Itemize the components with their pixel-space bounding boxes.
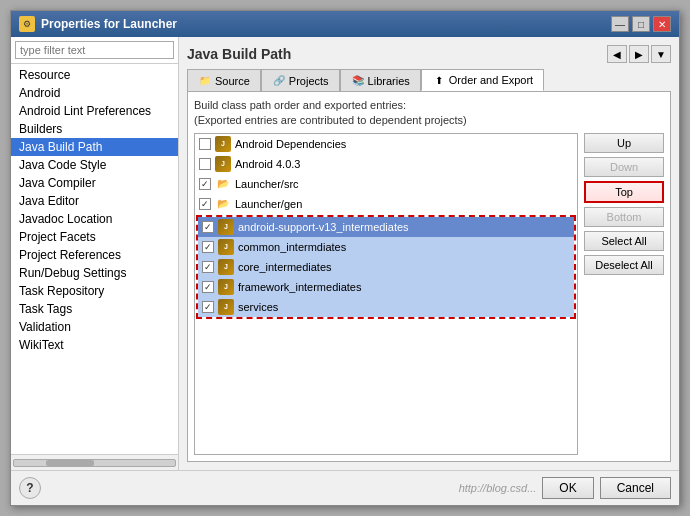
checkbox-launcher-gen[interactable]: [199, 198, 211, 210]
checkbox-launcher-src[interactable]: [199, 178, 211, 190]
checkbox-framework[interactable]: [202, 281, 214, 293]
sidebar-item-builders[interactable]: Builders: [11, 120, 178, 138]
checkbox-core[interactable]: [202, 261, 214, 273]
window-icon: ⚙: [19, 16, 35, 32]
nav-buttons: ◀ ▶ ▼: [607, 45, 671, 63]
sidebar-item-task-repo[interactable]: Task Repository: [11, 282, 178, 300]
content-panel: Build class path order and exported entr…: [187, 91, 671, 462]
sidebar-item-java-build-path[interactable]: Java Build Path: [11, 138, 178, 156]
entry-list[interactable]: J Android Dependencies J Android 4.0.3 📂…: [194, 133, 578, 455]
properties-dialog: ⚙ Properties for Launcher — □ ✕ Resource…: [10, 10, 680, 506]
entry-framework-intermediates[interactable]: J framework_intermediates: [198, 277, 574, 297]
content-body: J Android Dependencies J Android 4.0.3 📂…: [194, 133, 664, 455]
sidebar-filter-container: [11, 37, 178, 64]
top-button[interactable]: Top: [584, 181, 664, 203]
main-content: Java Build Path ◀ ▶ ▼ 📁 Source 🔗 Project…: [179, 37, 679, 470]
entry-android-dependencies[interactable]: J Android Dependencies: [195, 134, 577, 154]
entry-services[interactable]: J services: [198, 297, 574, 317]
entry-android-403[interactable]: J Android 4.0.3: [195, 154, 577, 174]
minimize-button[interactable]: —: [611, 16, 629, 32]
deselect-all-button[interactable]: Deselect All: [584, 255, 664, 275]
jar-icon-android-deps: J: [215, 136, 231, 152]
select-all-button[interactable]: Select All: [584, 231, 664, 251]
projects-tab-icon: 🔗: [272, 74, 286, 88]
checkbox-common[interactable]: [202, 241, 214, 253]
footer-right: http://blog.csd... OK Cancel: [459, 477, 671, 499]
window-title: Properties for Launcher: [41, 17, 177, 31]
sidebar-item-android[interactable]: Android: [11, 84, 178, 102]
sidebar-item-validation[interactable]: Validation: [11, 318, 178, 336]
tab-source[interactable]: 📁 Source: [187, 69, 261, 91]
libraries-tab-icon: 📚: [351, 74, 365, 88]
entry-launcher-src[interactable]: 📂 Launcher/src: [195, 174, 577, 194]
jar-icon-services: J: [218, 299, 234, 315]
checkbox-android-403[interactable]: [199, 158, 211, 170]
nav-back-button[interactable]: ◀: [607, 45, 627, 63]
titlebar-buttons: — □ ✕: [611, 16, 671, 32]
jar-icon-common: J: [218, 239, 234, 255]
footer-left: ?: [19, 477, 41, 499]
selection-highlight-group: J android-support-v13_intermediates J co…: [196, 215, 576, 319]
titlebar-left: ⚙ Properties for Launcher: [19, 16, 177, 32]
nav-forward-button[interactable]: ▶: [629, 45, 649, 63]
page-title: Java Build Path: [187, 46, 291, 62]
jar-icon-framework: J: [218, 279, 234, 295]
sidebar-item-android-lint[interactable]: Android Lint Preferences: [11, 102, 178, 120]
folder-icon-launcher-src: 📂: [215, 176, 231, 192]
help-button[interactable]: ?: [19, 477, 41, 499]
window-body: Resource Android Android Lint Preference…: [11, 37, 679, 470]
titlebar: ⚙ Properties for Launcher — □ ✕: [11, 11, 679, 37]
jar-icon-core: J: [218, 259, 234, 275]
sidebar-item-javadoc-location[interactable]: Javadoc Location: [11, 210, 178, 228]
up-button[interactable]: Up: [584, 133, 664, 153]
sidebar-items-list: Resource Android Android Lint Preference…: [11, 64, 178, 454]
cancel-button[interactable]: Cancel: [600, 477, 671, 499]
nav-menu-button[interactable]: ▼: [651, 45, 671, 63]
watermark-text: http://blog.csd...: [459, 482, 537, 494]
maximize-button[interactable]: □: [632, 16, 650, 32]
checkbox-services[interactable]: [202, 301, 214, 313]
main-header: Java Build Path ◀ ▶ ▼: [187, 45, 671, 63]
close-button[interactable]: ✕: [653, 16, 671, 32]
entry-android-support[interactable]: J android-support-v13_intermediates: [198, 217, 574, 237]
sidebar-item-resource[interactable]: Resource: [11, 66, 178, 84]
sidebar-item-java-editor[interactable]: Java Editor: [11, 192, 178, 210]
source-tab-icon: 📁: [198, 74, 212, 88]
folder-icon-launcher-gen: 📂: [215, 196, 231, 212]
tab-libraries[interactable]: 📚 Libraries: [340, 69, 421, 91]
entry-common-intermdiates[interactable]: J common_intermdiates: [198, 237, 574, 257]
content-description: Build class path order and exported entr…: [194, 98, 664, 129]
sidebar-item-task-tags[interactable]: Task Tags: [11, 300, 178, 318]
sidebar-item-java-code-style[interactable]: Java Code Style: [11, 156, 178, 174]
sidebar-item-java-compiler[interactable]: Java Compiler: [11, 174, 178, 192]
scroll-thumb: [46, 460, 94, 466]
ok-button[interactable]: OK: [542, 477, 593, 499]
checkbox-android-support[interactable]: [202, 221, 214, 233]
tab-projects[interactable]: 🔗 Projects: [261, 69, 340, 91]
jar-icon-android-403: J: [215, 156, 231, 172]
order-export-tab-icon: ⬆: [432, 73, 446, 87]
tabs-row: 📁 Source 🔗 Projects 📚 Libraries ⬆ Order …: [187, 69, 671, 91]
scroll-track: [13, 459, 176, 467]
sidebar-item-wikitext[interactable]: WikiText: [11, 336, 178, 354]
bottom-button[interactable]: Bottom: [584, 207, 664, 227]
window-footer: ? http://blog.csd... OK Cancel: [11, 470, 679, 505]
sidebar-scrollbar[interactable]: [11, 454, 178, 470]
entry-core-intermediates[interactable]: J core_intermediates: [198, 257, 574, 277]
sidebar-item-run-debug[interactable]: Run/Debug Settings: [11, 264, 178, 282]
jar-icon-android-support: J: [218, 219, 234, 235]
checkbox-android-deps[interactable]: [199, 138, 211, 150]
sidebar-filter-input[interactable]: [15, 41, 174, 59]
entry-launcher-gen[interactable]: 📂 Launcher/gen: [195, 194, 577, 214]
sidebar: Resource Android Android Lint Preference…: [11, 37, 179, 470]
sidebar-item-project-references[interactable]: Project References: [11, 246, 178, 264]
sidebar-item-project-facets[interactable]: Project Facets: [11, 228, 178, 246]
tab-order-export[interactable]: ⬆ Order and Export: [421, 69, 544, 91]
button-panel: Up Down Top Bottom Select All Deselect A…: [584, 133, 664, 455]
down-button[interactable]: Down: [584, 157, 664, 177]
